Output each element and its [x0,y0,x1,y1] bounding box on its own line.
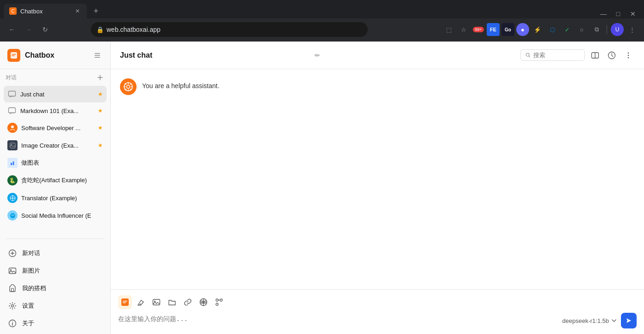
svg-point-21 [12,322,13,322]
chat-avatar [7,140,18,150]
browser-tab[interactable]: C Chatbox ✕ [4,4,87,18]
section-action-button[interactable] [95,73,105,82]
reload-button[interactable]: ↻ [39,23,52,36]
ext-circle2-icon[interactable]: ○ [575,23,588,36]
chat-list: Just chat ★ Markdown 101 (Exa... ★ [0,86,110,235]
new-chat-button[interactable]: 新对话 [4,245,107,262]
tab-close-button[interactable]: ✕ [74,7,81,15]
back-button[interactable]: ← [6,23,18,36]
new-tab-button[interactable]: + [89,4,103,18]
ext-lightning-icon[interactable]: ⚡ [531,23,544,36]
new-image-button[interactable]: 新图片 [4,262,107,280]
app-logo [7,49,20,62]
maximize-button[interactable]: □ [614,10,622,18]
toolbar-globe-button[interactable] [197,295,210,309]
ext-badge-icon[interactable]: 99+ [472,23,485,36]
chat-item-software-developer[interactable]: Software Developer ... ★ [4,119,107,137]
my-copilot-button[interactable]: 我的搭档 [4,280,107,297]
translate-extension[interactable]: ⬚ [442,23,455,36]
split-view-button[interactable] [589,49,602,62]
chat-item-zuobiaozhong[interactable]: 做图表 [4,154,107,172]
toolbar-link-button[interactable] [181,295,195,309]
sidebar-divider [6,239,105,239]
more-options-button[interactable] [622,49,635,62]
toolbar-tools-button[interactable] [212,295,226,309]
toolbar-image-button[interactable] [149,295,163,309]
new-image-icon [7,266,18,276]
app-title: Chatbox [25,51,87,60]
svg-point-37 [216,299,218,301]
search-input[interactable] [533,52,580,59]
url-display: web.chatboxai.app [107,26,161,33]
ext-go-icon[interactable]: Go [501,23,514,36]
svg-rect-7 [9,108,16,113]
svg-rect-32 [123,301,127,302]
new-chat-icon [7,248,18,258]
ext-circle-icon[interactable]: ● [516,23,529,36]
svg-rect-31 [121,298,129,306]
input-row: deepseek-r1:1.5b [118,313,637,328]
chat-item-markdown[interactable]: Markdown 101 (Exa... ★ [4,102,107,119]
close-window-button[interactable]: ✕ [629,10,637,18]
chat-avatar [7,158,18,168]
chat-item-star: ★ [98,125,103,131]
svg-rect-12 [12,161,14,165]
chat-item-social-media[interactable]: Social Media Influencer (E [4,207,107,224]
search-box[interactable] [520,49,585,61]
chat-item-image-creator[interactable]: Image Creator (Exa... ★ [4,137,107,154]
extensions-button[interactable]: ⧉ [590,23,603,36]
history-button[interactable] [605,49,618,62]
svg-rect-34 [153,299,160,305]
chat-avatar: 🐍 [7,175,18,185]
chat-item-snake[interactable]: 🐍 贪吃蛇(Artifact Example) [4,172,107,189]
chat-item-star: ★ [98,107,103,114]
chat-item-label: Markdown 101 (Exa... [20,107,94,114]
settings-icon [7,301,18,311]
toolbar-folder-button[interactable] [165,295,179,309]
svg-point-19 [12,305,14,307]
svg-rect-9 [10,143,15,148]
ext-check-icon[interactable]: ✓ [561,23,573,36]
settings-button[interactable]: 设置 [4,297,107,315]
toolbar-chatbox-button[interactable] [118,295,132,309]
system-message: You are a helpful assistant. [120,78,635,95]
section-label: 对话 [6,73,105,82]
system-avatar [120,78,137,95]
toolbar-eraser-button[interactable] [134,295,148,309]
chat-item-label: Just chat [20,91,94,98]
model-selector[interactable]: deepseek-r1:1.5b [562,317,617,324]
my-copilot-label: 我的搭档 [22,284,46,292]
edit-title-button[interactable]: ✏ [315,52,320,59]
ext-fe-icon[interactable]: FE [487,23,500,36]
svg-rect-16 [9,268,16,274]
svg-rect-3 [95,53,100,54]
about-label: 关于 [22,319,34,328]
send-button[interactable] [621,313,637,328]
svg-rect-33 [123,303,126,304]
profile-avatar[interactable]: U [611,23,624,36]
svg-rect-4 [95,55,100,56]
chat-avatar [7,210,18,221]
bookmark-button[interactable]: ☆ [457,23,470,36]
forward-button[interactable]: → [22,23,35,36]
chat-input[interactable] [118,315,558,326]
svg-rect-18 [12,288,14,292]
browser-menu-button[interactable]: ⋮ [626,23,638,36]
about-button[interactable]: 关于 [4,315,107,332]
new-image-label: 新图片 [22,267,40,275]
chat-item-label: Software Developer ... [21,125,94,131]
chats-section: 对话 [0,69,110,86]
minimize-button[interactable]: — [600,10,607,18]
collapse-sidebar-button[interactable] [92,50,103,61]
chat-avatar [7,193,18,203]
sidebar-actions: 新对话 新图片 [0,243,110,334]
ext-vs-icon[interactable]: ⬡ [546,23,559,36]
sidebar-header: Chatbox [0,42,110,69]
system-avatar-icon [124,82,133,91]
new-chat-label: 新对话 [22,249,40,257]
svg-point-35 [154,301,155,302]
address-bar[interactable]: 🔒 web.chatboxai.app [91,22,368,37]
chat-item-just-chat[interactable]: Just chat ★ [4,86,107,102]
svg-rect-11 [11,163,12,165]
chat-item-translator[interactable]: Translator (Example) [4,189,107,207]
